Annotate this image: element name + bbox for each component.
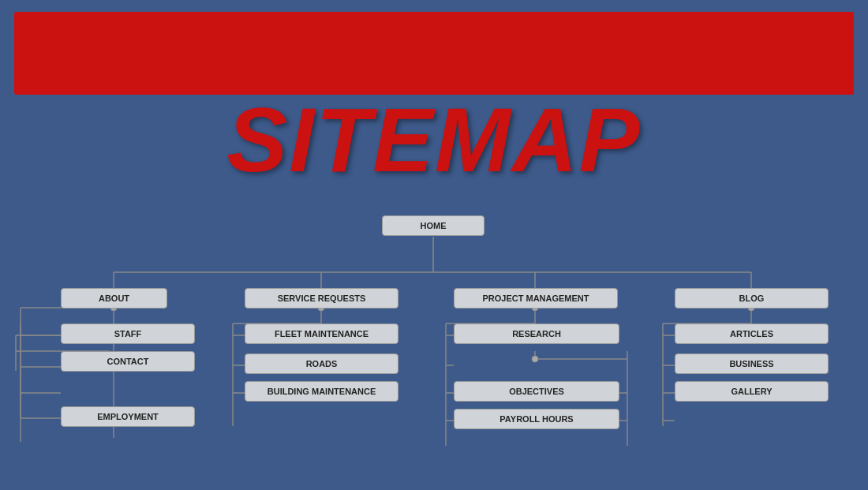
node-payroll-hours[interactable]: PAYROLL HOURS [454,409,619,429]
node-service-requests[interactable]: SERVICE REQUESTS [245,288,398,309]
node-building-maintenance[interactable]: BUILDING MAINTENANCE [245,381,398,402]
node-fleet-maintenance[interactable]: FLEET MAINTENANCE [245,324,398,344]
node-objectives[interactable]: OBJECTIVES [454,381,619,402]
node-gallery[interactable]: GALLERY [675,381,829,402]
node-business[interactable]: BUSINESS [675,353,829,374]
node-research[interactable]: RESEARCH [454,324,619,344]
node-articles[interactable]: ARTICLES [675,324,829,344]
node-employment[interactable]: EMPLOYMENT [61,406,195,427]
svg-point-48 [532,356,538,362]
node-blog[interactable]: BLOG [675,288,829,309]
node-project-management[interactable]: PROJECT MANAGEMENT [454,288,618,309]
node-roads[interactable]: ROADS [245,353,398,374]
node-staff[interactable]: STAFF [61,324,195,344]
top-banner [14,12,854,95]
node-contact[interactable]: CONTACT [61,351,195,372]
node-home[interactable]: HOME [382,215,485,236]
node-about[interactable]: ABOUT [61,288,167,309]
page-title: SITEMAP [0,95,868,185]
